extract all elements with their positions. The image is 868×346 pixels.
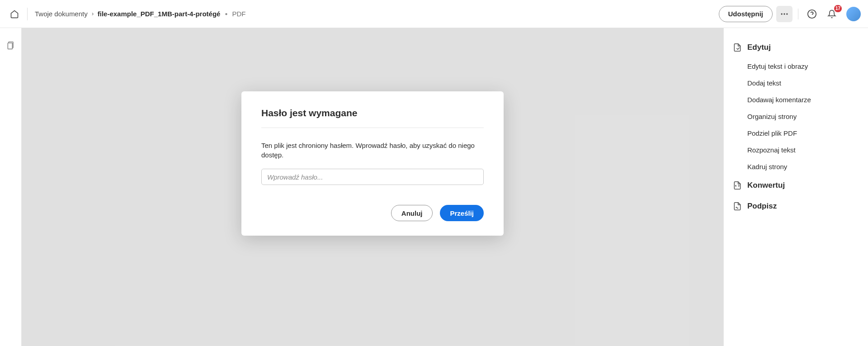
breadcrumb: Twoje dokumenty file-example_PDF_1MB-par… [35,10,246,18]
avatar[interactable] [846,7,861,21]
help-button[interactable] [804,6,820,22]
main: Hasło jest wymagane Ten plik jest chroni… [0,28,868,346]
document-name: file-example_PDF_1MB-part-4-protégé [98,10,221,18]
cancel-button[interactable]: Anuluj [391,205,433,221]
modal-body-text: Ten plik jest chroniony hasłem. Wprowadź… [261,141,484,160]
thumbnails-button[interactable] [3,37,19,53]
section-sign-label: Podpisz [747,202,777,211]
section-edit-label: Edytuj [747,43,771,52]
menu-edit-text-images[interactable]: Edytuj tekst i obrazy [724,58,868,75]
notification-badge: 17 [834,5,842,12]
svg-point-2 [786,13,788,14]
breadcrumb-root[interactable]: Twoje dokumenty [35,10,88,18]
modal-overlay: Hasło jest wymagane Ten plik jest chroni… [22,28,723,346]
modal-actions: Anuluj Prześlij [261,205,484,221]
file-type-label: PDF [232,10,246,18]
password-input[interactable] [261,169,484,185]
section-convert[interactable]: Konwertuj [724,175,868,196]
svg-point-1 [783,13,785,14]
menu-add-comments[interactable]: Dodawaj komentarze [724,91,868,108]
section-convert-label: Konwertuj [747,181,785,190]
more-horizontal-icon [780,9,789,19]
menu-crop-pages[interactable]: Kadruj strony [724,158,868,175]
share-button[interactable]: Udostępnij [719,6,773,22]
section-sign[interactable]: Podpisz [724,196,868,217]
left-toolbar [0,28,22,346]
help-icon [807,9,817,19]
svg-point-0 [781,13,783,14]
more-options-button[interactable] [776,6,793,22]
modal-title: Hasło jest wymagane [261,108,484,128]
menu-add-text[interactable]: Dodaj tekst [724,75,868,91]
right-panel: Edytuj Edytuj tekst i obrazy Dodaj tekst… [723,28,868,346]
chevron-right-icon [90,10,95,18]
divider [27,8,28,20]
home-button[interactable] [7,7,22,21]
topbar-right: Udostępnij 17 [719,6,861,22]
edit-pdf-icon [733,43,742,52]
menu-split-pdf[interactable]: Podziel plik PDF [724,125,868,142]
separator-dot: ● [225,11,227,16]
home-icon [10,9,19,19]
topbar: Twoje dokumenty file-example_PDF_1MB-par… [0,0,868,28]
pages-icon [6,40,15,50]
document-viewport: Hasło jest wymagane Ten plik jest chroni… [22,28,723,346]
sign-icon [733,201,742,211]
convert-icon [733,180,742,190]
menu-organize-pages[interactable]: Organizuj strony [724,108,868,125]
menu-recognize-text[interactable]: Rozpoznaj tekst [724,142,868,158]
section-edit[interactable]: Edytuj [724,37,868,58]
password-modal: Hasło jest wymagane Ten plik jest chroni… [241,91,504,236]
notifications-button[interactable]: 17 [824,6,840,22]
divider [798,9,798,19]
submit-button[interactable]: Prześlij [440,205,484,221]
svg-rect-6 [8,43,12,49]
